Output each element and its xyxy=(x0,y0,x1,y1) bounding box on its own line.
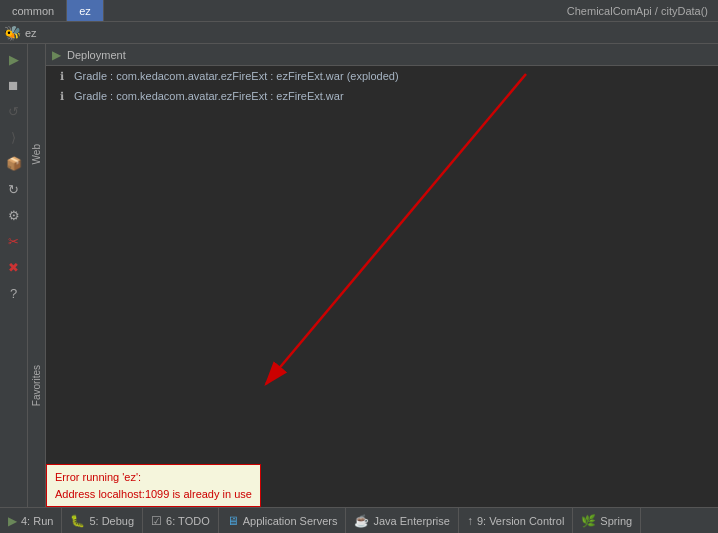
bottom-tab-appservers[interactable]: 🖥 Application Servers xyxy=(219,508,347,533)
favorites-label[interactable]: Favorites xyxy=(29,357,44,414)
bottom-tab-todo[interactable]: ☑ 6: TODO xyxy=(143,508,219,533)
deployment-label: Deployment xyxy=(67,49,126,61)
error-tooltip: Error running 'ez': Address localhost:10… xyxy=(46,464,261,507)
red-arrow-container xyxy=(46,44,718,507)
spring-tab-label: Spring xyxy=(600,515,632,527)
enterprise-tab-label: Java Enterprise xyxy=(373,515,449,527)
build-button[interactable]: 📦 xyxy=(3,152,25,174)
error-line1: Error running 'ez': xyxy=(55,469,252,486)
bottom-tab-spring[interactable]: 🌿 Spring xyxy=(573,508,641,533)
left-toolbar: ▶ ⏹ ↺ ⟩ 📦 ↻ ⚙ ✂ ✖ ? xyxy=(0,44,28,507)
appservers-tab-icon: 🖥 xyxy=(227,514,239,528)
appservers-tab-label: Application Servers xyxy=(243,515,338,527)
bottom-tab-enterprise[interactable]: ☕ Java Enterprise xyxy=(346,508,458,533)
breadcrumb: ChemicalComApi / cityData() xyxy=(567,5,718,17)
tab-ez-label: ez xyxy=(79,5,91,17)
todo-tab-label: 6: TODO xyxy=(166,515,210,527)
scissors-button[interactable]: ✂ xyxy=(3,230,25,252)
bottom-tab-run[interactable]: ▶ 4: Run xyxy=(0,508,62,533)
side-labels: Web Favorites xyxy=(28,44,46,507)
tab-ez[interactable]: ez xyxy=(67,0,104,21)
config-button[interactable]: ⚙ xyxy=(3,204,25,226)
help-button[interactable]: ? xyxy=(3,282,25,304)
todo-tab-icon: ☑ xyxy=(151,514,162,528)
artifact-text-2: Gradle : com.kedacom.avatar.ezFireExt : … xyxy=(74,90,344,102)
play-button[interactable]: ▶ xyxy=(3,48,25,70)
forward-button[interactable]: ⟩ xyxy=(3,126,25,148)
debug-tab-icon: 🐛 xyxy=(70,514,85,528)
run-config-label: ez xyxy=(25,27,37,39)
debug-tab-label: 5: Debug xyxy=(89,515,134,527)
vcs-tab-label: 9: Version Control xyxy=(477,515,564,527)
svg-line-0 xyxy=(266,74,526,384)
error-line2: Address localhost:1099 is already in use xyxy=(55,486,252,503)
red-arrow-svg xyxy=(46,44,718,507)
spring-tab-icon: 🌿 xyxy=(581,514,596,528)
artifact-info-icon-1: ℹ xyxy=(54,68,70,84)
tab-common-label: common xyxy=(12,5,54,17)
run-header: 🐝 ez xyxy=(0,22,718,44)
deployment-play-icon: ▶ xyxy=(52,48,61,62)
run-tab-icon: ▶ xyxy=(8,514,17,528)
deployment-header: ▶ Deployment xyxy=(46,44,718,66)
vcs-tab-icon: ↑ xyxy=(467,514,473,528)
bottom-tab-vcs[interactable]: ↑ 9: Version Control xyxy=(459,508,573,533)
run-tab-label: 4: Run xyxy=(21,515,53,527)
enterprise-tab-icon: ☕ xyxy=(354,514,369,528)
refresh-button[interactable]: ↻ xyxy=(3,178,25,200)
stop-button[interactable]: ⏹ xyxy=(3,74,25,96)
bottom-status-bar: ▶ 4: Run 🐛 5: Debug ☑ 6: TODO 🖥 Applicat… xyxy=(0,507,718,533)
artifact-row-2[interactable]: ℹ Gradle : com.kedacom.avatar.ezFireExt … xyxy=(46,86,718,106)
artifact-info-icon-2: ℹ xyxy=(54,88,70,104)
close-config-button[interactable]: ✖ xyxy=(3,256,25,278)
content-panel: ▶ Deployment ℹ Gradle : com.kedacom.avat… xyxy=(46,44,718,507)
artifact-text-1: Gradle : com.kedacom.avatar.ezFireExt : … xyxy=(74,70,399,82)
top-tab-bar: common ez ChemicalComApi / cityData() xyxy=(0,0,718,22)
bottom-tab-debug[interactable]: 🐛 5: Debug xyxy=(62,508,143,533)
artifact-row-1[interactable]: ℹ Gradle : com.kedacom.avatar.ezFireExt … xyxy=(46,66,718,86)
web-label[interactable]: Web xyxy=(29,136,44,172)
run-bee-icon: 🐝 xyxy=(4,25,21,41)
tab-common[interactable]: common xyxy=(0,0,67,21)
reload-button[interactable]: ↺ xyxy=(3,100,25,122)
main-area: ▶ ⏹ ↺ ⟩ 📦 ↻ ⚙ ✂ ✖ ? Web Favorites ▶ Depl… xyxy=(0,44,718,507)
